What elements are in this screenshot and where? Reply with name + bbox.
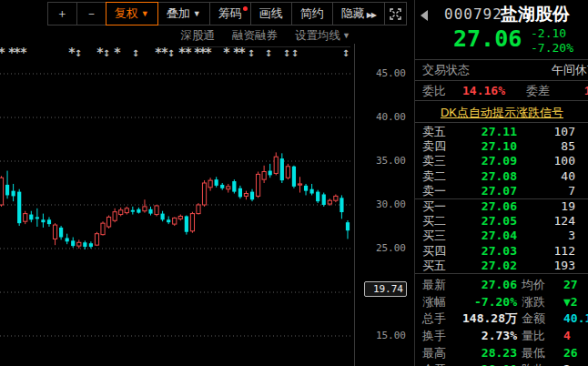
toolbar-button-hide[interactable]: 隐藏▶▶	[332, 2, 385, 25]
toolbar-button-overlay[interactable]: 叠加▼	[157, 2, 210, 25]
toolbar-button-label: 复权	[115, 6, 138, 20]
toolbar-button-zoom-in[interactable]: ＋	[47, 2, 77, 25]
event-star-icon: *	[20, 45, 27, 59]
candle	[143, 199, 147, 212]
candle	[346, 220, 350, 239]
candle	[173, 217, 177, 226]
stat-value: 27	[563, 277, 578, 294]
event-updown-icon: ↕	[103, 48, 110, 58]
stat-value: 27.06	[448, 277, 517, 294]
quote-header: 000792 盐湖股份 27.06 -2.10 -7.20%	[415, 0, 588, 60]
stat-label: 均价	[522, 277, 545, 294]
toolbar-button-label: ＋	[56, 6, 68, 20]
candle	[190, 212, 194, 233]
toolbar-button-simple-mode[interactable]: 简约	[291, 2, 333, 25]
order-book-row[interactable]: 卖一27.077	[415, 184, 588, 198]
order-quantity: 40	[515, 169, 575, 184]
order-book-row[interactable]: 卖四27.1085	[415, 139, 588, 154]
order-book-row[interactable]: 买四27.03112	[415, 244, 588, 259]
candle	[167, 216, 170, 224]
candle	[232, 179, 236, 193]
order-book-row[interactable]: 卖五27.11107	[415, 125, 588, 139]
change-percent: -7.20%	[531, 41, 573, 55]
change-amount: -2.10	[531, 26, 566, 40]
subtoolbar-item-ma-settings[interactable]: 设置均线▼	[295, 28, 350, 44]
subtoolbar-item-shenzhen-connect[interactable]: 深股通	[181, 28, 216, 44]
candle	[340, 195, 343, 219]
toolbar-button-draw-line[interactable]: 画线	[250, 2, 292, 25]
toolbar-button-adjust-price[interactable]: 复权▼	[106, 2, 158, 25]
trading-status-label: 交易状态	[422, 60, 470, 80]
stat-label: 最高	[422, 345, 446, 362]
toolbar-button-label: －	[86, 6, 97, 20]
candle	[208, 178, 212, 190]
stat-label: 金额	[522, 310, 545, 328]
candlestick-chart[interactable]: *****↕*↕*↕**↕********↕↕↕↕↕	[0, 0, 414, 366]
event-updown-icon: ↕	[265, 48, 272, 58]
stat-label: 昨收	[522, 361, 545, 366]
stat-row: 换手2.73%量比4	[415, 328, 588, 345]
stat-label: 最低	[522, 345, 545, 362]
order-book-row[interactable]: 卖二27.0840	[415, 169, 588, 184]
stat-value: 40.1	[563, 310, 588, 328]
stat-value: 28.00	[448, 361, 517, 366]
event-updown-icon: ↕	[248, 48, 255, 58]
candle	[71, 238, 75, 249]
toolbar-button-fullscreen[interactable]	[384, 2, 407, 25]
candle	[24, 211, 27, 224]
order-quantity: 193	[515, 259, 575, 273]
stat-value: 2	[563, 361, 571, 366]
candle	[59, 226, 63, 239]
subtoolbar-item-margin-trading[interactable]: 融资融券	[232, 28, 278, 44]
order-price: 27.11	[455, 125, 517, 139]
order-level-label: 卖五	[422, 125, 446, 139]
order-price: 27.03	[455, 244, 517, 259]
y-axis-tick: 15.00	[357, 330, 406, 341]
order-book-row[interactable]: 买二27.05124	[415, 214, 588, 229]
stat-row: 总手148.28万金额40.1	[415, 310, 588, 328]
order-book-row[interactable]: 买五27.02193	[415, 259, 588, 273]
candle	[35, 208, 39, 227]
quote-panel: 000792 盐湖股份 27.06 -2.10 -7.20% 交易状态 午间休市…	[414, 0, 588, 366]
order-quantity: 7	[515, 184, 575, 198]
order-price: 27.05	[455, 214, 517, 229]
toolbar-button-zoom-out[interactable]: －	[76, 2, 106, 25]
event-star-icon: *	[114, 45, 121, 59]
stock-name: 盐湖股份	[501, 3, 570, 26]
back-icon[interactable]	[421, 10, 428, 21]
candle	[113, 208, 117, 222]
order-book-row[interactable]: 买一27.0619	[415, 198, 588, 214]
price-crosshair-label: 19.74	[364, 281, 407, 297]
order-quantity: 107	[515, 125, 575, 139]
y-axis-tick: 30.00	[357, 198, 406, 210]
event-star-icon: *	[0, 45, 5, 59]
weicha-label: 委差	[526, 81, 550, 100]
candle	[148, 207, 152, 216]
stat-label: 今开	[422, 361, 446, 366]
order-book-row[interactable]: 买三27.043	[415, 229, 588, 243]
candle	[292, 166, 296, 188]
candle	[131, 207, 135, 215]
stat-value: 26	[563, 345, 578, 362]
toolbar-button-chip-distribution[interactable]: 筹码	[209, 2, 251, 25]
order-book-row[interactable]: 卖三27.09100	[415, 154, 588, 168]
candle	[250, 189, 254, 201]
candle	[280, 153, 284, 183]
candle	[334, 194, 338, 202]
y-axis-tick: 45.00	[357, 67, 406, 79]
event-updown-icon: ↕	[291, 48, 299, 58]
weibi-value: 14.16%	[462, 81, 505, 100]
candle	[185, 216, 188, 235]
candle	[41, 214, 45, 228]
candle	[286, 164, 289, 179]
order-level-label: 卖三	[422, 154, 446, 168]
y-axis-tick: 25.00	[357, 242, 406, 254]
chart-toolbar: ＋－复权▼叠加▼筹码画线简约隐藏▶▶	[48, 2, 407, 25]
candle	[220, 183, 224, 190]
dk-signal-link[interactable]: DK点自动提示涨跌信号	[441, 106, 563, 119]
stat-label: 涨幅	[422, 294, 446, 311]
candle	[197, 203, 200, 214]
quote-stats: 最新27.06均价27涨幅-7.20%涨跌▼2总手148.28万金额40.1换手…	[415, 273, 588, 366]
weicha-value: 1	[584, 81, 588, 100]
candle	[244, 191, 248, 200]
